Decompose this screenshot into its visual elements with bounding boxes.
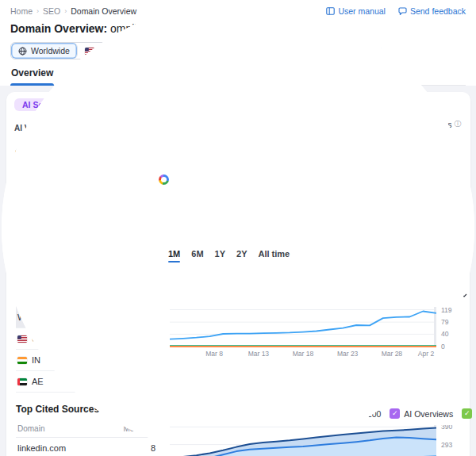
globe-icon bbox=[18, 47, 27, 56]
engine-ai-mode[interactable]: AI Mode bbox=[14, 200, 62, 209]
range-6m[interactable]: 6M bbox=[191, 249, 203, 261]
svg-text:Mar 28: Mar 28 bbox=[382, 350, 403, 358]
breadcrumb-home[interactable]: Home bbox=[10, 6, 33, 16]
region-worldwide-button[interactable]: Worldwide bbox=[11, 43, 78, 59]
info-icon[interactable]: ⓘ bbox=[454, 119, 461, 129]
google-icon bbox=[14, 201, 22, 209]
user-manual-label: User manual bbox=[338, 6, 386, 16]
table-row-linkedin[interactable]: linkedin.com 8 bbox=[16, 438, 157, 456]
keywords-stacked-chart[interactable]: 098195293390Mar 8Mar 13Mar 18Mar 23Mar 2… bbox=[170, 425, 476, 456]
send-feedback-label: Send feedback bbox=[410, 6, 466, 16]
svg-text:Apr 2: Apr 2 bbox=[418, 350, 435, 358]
checkbox-icon bbox=[390, 408, 400, 419]
ae-flag-icon bbox=[17, 378, 27, 385]
svg-text:0: 0 bbox=[441, 343, 445, 351]
us-flag-icon bbox=[17, 335, 27, 343]
page-content: AI Search Today AI Visibility Mentions C… bbox=[0, 86, 476, 456]
feedback-bubble-icon bbox=[398, 7, 407, 15]
user-manual-link[interactable]: User manual bbox=[326, 6, 386, 16]
svg-text:Mar 13: Mar 13 bbox=[248, 350, 270, 358]
send-feedback-link[interactable]: Send feedback bbox=[398, 6, 466, 16]
other-serp-checkbox[interactable]: Other SERP Features bbox=[462, 408, 476, 419]
ai-search-card: AI Search Today AI Visibility Mentions C… bbox=[6, 92, 144, 232]
range-all-time[interactable]: All time bbox=[259, 249, 290, 261]
svg-text:390: 390 bbox=[441, 425, 452, 431]
svg-text:Mar 18: Mar 18 bbox=[293, 350, 314, 358]
user-manual-icon bbox=[326, 7, 335, 15]
svg-text:79: 79 bbox=[441, 318, 449, 326]
breadcrumb-current: Domain Overview bbox=[71, 6, 136, 16]
svg-text:40: 40 bbox=[441, 330, 449, 338]
traffic-share-donut-icon bbox=[159, 174, 169, 185]
svg-text:Mar 8: Mar 8 bbox=[205, 350, 223, 358]
range-2y[interactable]: 2Y bbox=[236, 249, 247, 261]
range-1y[interactable]: 1Y bbox=[215, 249, 225, 261]
ai-overviews-checkbox[interactable]: AI Overviews bbox=[390, 408, 453, 419]
range-1m[interactable]: 1M bbox=[168, 249, 180, 261]
breadcrumb-separator: › bbox=[36, 7, 39, 15]
domain-overview-page: Home › SEO › Domain Overview User manual… bbox=[0, 0, 476, 456]
breadcrumb: Home › SEO › Domain Overview bbox=[10, 6, 136, 16]
breadcrumb-seo[interactable]: SEO bbox=[43, 6, 60, 16]
svg-text:293: 293 bbox=[441, 441, 452, 449]
breadcrumb-separator: › bbox=[64, 7, 67, 15]
traffic-line-chart[interactable]: 04079119Mar 8Mar 13Mar 18Mar 23Mar 28Apr… bbox=[170, 307, 476, 359]
svg-text:119: 119 bbox=[441, 307, 452, 314]
tab-overview[interactable]: Overview bbox=[10, 67, 54, 85]
in-flag-icon bbox=[17, 357, 27, 364]
checkbox-icon bbox=[462, 408, 472, 419]
svg-text:Mar 23: Mar 23 bbox=[337, 350, 359, 358]
